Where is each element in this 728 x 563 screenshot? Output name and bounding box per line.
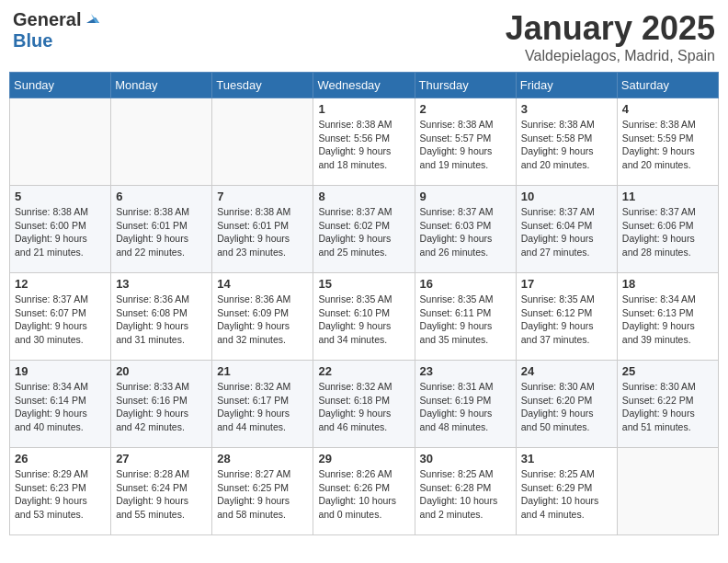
calendar-day-cell: 9Sunrise: 8:37 AM Sunset: 6:03 PM Daylig… (415, 186, 516, 273)
weekday-header: Saturday (617, 73, 718, 98)
day-number: 10 (521, 190, 612, 203)
day-info: Sunrise: 8:29 AM Sunset: 6:23 PM Dayligh… (15, 467, 106, 522)
calendar-day-cell: 16Sunrise: 8:35 AM Sunset: 6:11 PM Dayli… (415, 273, 516, 361)
day-number: 6 (116, 190, 207, 203)
day-number: 3 (521, 102, 612, 116)
calendar-week-row: 19Sunrise: 8:34 AM Sunset: 6:14 PM Dayli… (10, 361, 719, 448)
day-info: Sunrise: 8:38 AM Sunset: 6:00 PM Dayligh… (15, 205, 106, 259)
day-info: Sunrise: 8:38 AM Sunset: 5:59 PM Dayligh… (622, 118, 713, 172)
calendar-day-cell: 12Sunrise: 8:37 AM Sunset: 6:07 PM Dayli… (10, 273, 111, 361)
calendar-day-cell: 23Sunrise: 8:31 AM Sunset: 6:19 PM Dayli… (415, 361, 516, 448)
day-number: 12 (15, 277, 106, 291)
location-title: Valdepielagos, Madrid, Spain (506, 48, 715, 64)
calendar-day-cell: 17Sunrise: 8:35 AM Sunset: 6:12 PM Dayli… (516, 273, 617, 361)
calendar-day-cell: 21Sunrise: 8:32 AM Sunset: 6:17 PM Dayli… (212, 361, 313, 448)
calendar-day-cell: 5Sunrise: 8:38 AM Sunset: 6:00 PM Daylig… (10, 186, 111, 273)
calendar-day-cell: 10Sunrise: 8:37 AM Sunset: 6:04 PM Dayli… (516, 186, 617, 273)
day-number: 30 (420, 452, 511, 465)
calendar-week-row: 12Sunrise: 8:37 AM Sunset: 6:07 PM Dayli… (10, 273, 719, 361)
calendar-day-cell: 18Sunrise: 8:34 AM Sunset: 6:13 PM Dayli… (617, 273, 718, 361)
calendar-day-cell (617, 448, 718, 535)
calendar-day-cell: 1Sunrise: 8:38 AM Sunset: 5:56 PM Daylig… (313, 98, 415, 186)
weekday-header: Wednesday (313, 73, 415, 98)
calendar-table: SundayMondayTuesdayWednesdayThursdayFrid… (9, 72, 719, 535)
calendar-day-cell: 27Sunrise: 8:28 AM Sunset: 6:24 PM Dayli… (111, 448, 212, 535)
day-number: 8 (318, 190, 409, 203)
day-number: 7 (217, 190, 308, 203)
day-info: Sunrise: 8:35 AM Sunset: 6:12 PM Dayligh… (521, 293, 612, 347)
day-number: 13 (116, 277, 207, 291)
calendar-week-row: 26Sunrise: 8:29 AM Sunset: 6:23 PM Dayli… (10, 448, 719, 535)
day-info: Sunrise: 8:28 AM Sunset: 6:24 PM Dayligh… (116, 467, 207, 522)
day-info: Sunrise: 8:26 AM Sunset: 6:26 PM Dayligh… (318, 467, 409, 522)
day-info: Sunrise: 8:35 AM Sunset: 6:11 PM Dayligh… (420, 293, 511, 347)
weekday-header: Sunday (10, 73, 111, 98)
day-info: Sunrise: 8:36 AM Sunset: 6:09 PM Dayligh… (217, 293, 308, 347)
day-number: 18 (622, 277, 713, 291)
calendar-week-row: 5Sunrise: 8:38 AM Sunset: 6:00 PM Daylig… (10, 186, 719, 273)
day-number: 29 (318, 452, 409, 465)
title-block: January 2025 Valdepielagos, Madrid, Spai… (506, 9, 715, 64)
day-number: 28 (217, 452, 308, 465)
calendar-day-cell (212, 98, 313, 186)
month-title: January 2025 (506, 9, 715, 48)
calendar-day-cell: 19Sunrise: 8:34 AM Sunset: 6:14 PM Dayli… (10, 361, 111, 448)
day-info: Sunrise: 8:25 AM Sunset: 6:28 PM Dayligh… (420, 467, 511, 522)
day-number: 17 (521, 277, 612, 291)
day-info: Sunrise: 8:38 AM Sunset: 5:58 PM Dayligh… (521, 118, 612, 172)
calendar-day-cell: 6Sunrise: 8:38 AM Sunset: 6:01 PM Daylig… (111, 186, 212, 273)
day-info: Sunrise: 8:38 AM Sunset: 6:01 PM Dayligh… (217, 205, 308, 259)
day-info: Sunrise: 8:27 AM Sunset: 6:25 PM Dayligh… (217, 467, 308, 522)
calendar-day-cell: 8Sunrise: 8:37 AM Sunset: 6:02 PM Daylig… (313, 186, 415, 273)
calendar-day-cell: 13Sunrise: 8:36 AM Sunset: 6:08 PM Dayli… (111, 273, 212, 361)
day-number: 1 (318, 102, 409, 116)
calendar-day-cell: 30Sunrise: 8:25 AM Sunset: 6:28 PM Dayli… (415, 448, 516, 535)
day-number: 9 (420, 190, 511, 203)
calendar-day-cell: 3Sunrise: 8:38 AM Sunset: 5:58 PM Daylig… (516, 98, 617, 186)
day-info: Sunrise: 8:38 AM Sunset: 5:56 PM Dayligh… (318, 118, 409, 172)
calendar-day-cell: 15Sunrise: 8:35 AM Sunset: 6:10 PM Dayli… (313, 273, 415, 361)
day-number: 14 (217, 277, 308, 291)
day-number: 4 (622, 102, 713, 116)
day-number: 2 (420, 102, 511, 116)
day-info: Sunrise: 8:30 AM Sunset: 6:20 PM Dayligh… (521, 380, 612, 434)
calendar-day-cell: 24Sunrise: 8:30 AM Sunset: 6:20 PM Dayli… (516, 361, 617, 448)
calendar-day-cell: 31Sunrise: 8:25 AM Sunset: 6:29 PM Dayli… (516, 448, 617, 535)
day-number: 19 (15, 364, 106, 378)
calendar-day-cell: 7Sunrise: 8:38 AM Sunset: 6:01 PM Daylig… (212, 186, 313, 273)
day-info: Sunrise: 8:31 AM Sunset: 6:19 PM Dayligh… (420, 380, 511, 434)
day-info: Sunrise: 8:37 AM Sunset: 6:04 PM Dayligh… (521, 205, 612, 259)
calendar-day-cell: 11Sunrise: 8:37 AM Sunset: 6:06 PM Dayli… (617, 186, 718, 273)
day-number: 22 (318, 364, 409, 378)
calendar-week-row: 1Sunrise: 8:38 AM Sunset: 5:56 PM Daylig… (10, 98, 719, 186)
calendar-day-cell: 25Sunrise: 8:30 AM Sunset: 6:22 PM Dayli… (617, 361, 718, 448)
weekday-header: Monday (111, 73, 212, 98)
day-info: Sunrise: 8:37 AM Sunset: 6:06 PM Dayligh… (622, 205, 713, 259)
day-info: Sunrise: 8:38 AM Sunset: 6:01 PM Dayligh… (116, 205, 207, 259)
day-number: 21 (217, 364, 308, 378)
day-info: Sunrise: 8:36 AM Sunset: 6:08 PM Dayligh… (116, 293, 207, 347)
logo-general-text: General (13, 9, 81, 30)
calendar-day-cell: 2Sunrise: 8:38 AM Sunset: 5:57 PM Daylig… (415, 98, 516, 186)
calendar-day-cell: 26Sunrise: 8:29 AM Sunset: 6:23 PM Dayli… (10, 448, 111, 535)
day-info: Sunrise: 8:32 AM Sunset: 6:17 PM Dayligh… (217, 380, 308, 434)
day-number: 27 (116, 452, 207, 465)
day-number: 31 (521, 452, 612, 465)
calendar-header-row: SundayMondayTuesdayWednesdayThursdayFrid… (10, 73, 719, 98)
day-info: Sunrise: 8:30 AM Sunset: 6:22 PM Dayligh… (622, 380, 713, 434)
day-number: 5 (15, 190, 106, 203)
day-info: Sunrise: 8:38 AM Sunset: 5:57 PM Dayligh… (420, 118, 511, 172)
day-info: Sunrise: 8:25 AM Sunset: 6:29 PM Dayligh… (521, 467, 612, 522)
day-number: 25 (622, 364, 713, 378)
day-info: Sunrise: 8:37 AM Sunset: 6:03 PM Dayligh… (420, 205, 511, 259)
day-number: 24 (521, 364, 612, 378)
calendar-day-cell: 4Sunrise: 8:38 AM Sunset: 5:59 PM Daylig… (617, 98, 718, 186)
calendar-day-cell: 14Sunrise: 8:36 AM Sunset: 6:09 PM Dayli… (212, 273, 313, 361)
day-number: 23 (420, 364, 511, 378)
day-number: 11 (622, 190, 713, 203)
weekday-header: Friday (516, 73, 617, 98)
day-info: Sunrise: 8:37 AM Sunset: 6:07 PM Dayligh… (15, 293, 106, 347)
day-number: 26 (15, 452, 106, 465)
logo-blue-text: Blue (13, 30, 52, 52)
weekday-header: Thursday (415, 73, 516, 98)
